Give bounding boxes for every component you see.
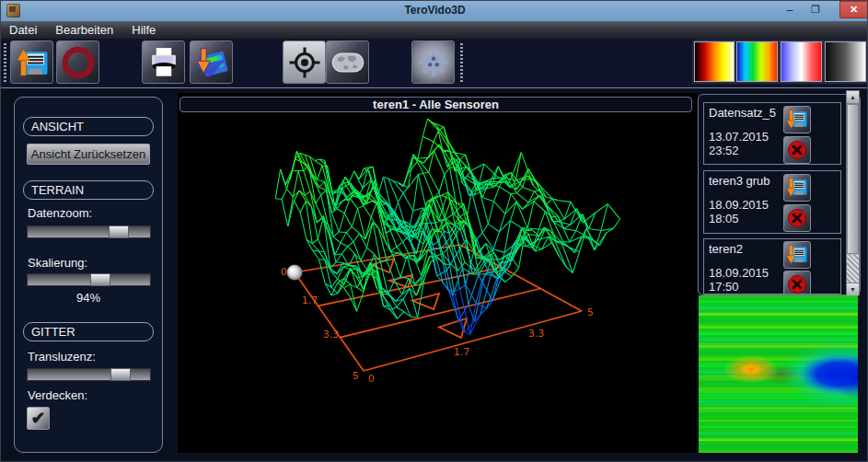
restore-button[interactable]: ❐ bbox=[804, 1, 827, 18]
title-bar[interactable]: TeroVido3D – ❐ ✕ bbox=[1, 1, 868, 21]
dataset-delete-button[interactable] bbox=[783, 136, 811, 164]
skalierung-slider-handle[interactable] bbox=[90, 273, 110, 286]
gear-icon bbox=[415, 44, 452, 81]
dataset-name: Datensatz_5 bbox=[709, 106, 776, 120]
dataset-entry[interactable]: teren2 18.09.2015 17:50 bbox=[703, 238, 841, 295]
scrollbar-thumb[interactable] bbox=[847, 104, 859, 254]
scroll-down-button[interactable]: ▼ bbox=[847, 283, 859, 295]
toolbar-grip[interactable] bbox=[460, 43, 463, 84]
dataset-name: teren3 grub bbox=[709, 174, 770, 188]
printer-icon bbox=[145, 44, 182, 81]
terrain-3d-canvas[interactable] bbox=[178, 113, 697, 453]
dataset-date: 18.09.2015 bbox=[709, 266, 769, 280]
export-image-button[interactable] bbox=[190, 40, 233, 84]
dataset-delete-button[interactable] bbox=[783, 204, 811, 232]
dataset-save-button[interactable] bbox=[783, 241, 811, 269]
floppy-down-arrow-icon bbox=[785, 243, 809, 267]
control-sidebar: ANSICHT Ansicht Zurücksetzen TERRAIN Dat… bbox=[14, 97, 163, 453]
skalierung-readout: 94% bbox=[15, 291, 162, 305]
window-title: TeroVido3D bbox=[1, 4, 868, 17]
dataset-delete-button[interactable] bbox=[783, 271, 811, 295]
datenzoom-label: Datenzoom: bbox=[28, 206, 92, 220]
scroll-up-icon: ▲ bbox=[850, 94, 856, 100]
group-terrain: TERRAIN bbox=[23, 180, 154, 200]
datenzoom-slider[interactable] bbox=[27, 225, 151, 238]
skalierung-slider[interactable] bbox=[27, 273, 151, 286]
dataset-time: 17:50 bbox=[709, 280, 739, 294]
terrain-viewport: teren1 - Alle Sensoren bbox=[178, 93, 697, 453]
menu-bar: Datei Bearbeiten Hilfe bbox=[1, 21, 868, 39]
settings-button[interactable] bbox=[411, 40, 455, 84]
dataset-time: 18:05 bbox=[709, 212, 739, 225]
colormap-hot-button[interactable] bbox=[694, 41, 735, 82]
colormap-bluewhitered-button[interactable] bbox=[781, 41, 822, 82]
crosshair-icon bbox=[286, 44, 323, 81]
floppy-export-icon bbox=[193, 44, 230, 81]
world-map-button[interactable] bbox=[326, 40, 369, 84]
record-button[interactable] bbox=[56, 40, 99, 84]
dataset-name: teren2 bbox=[709, 242, 743, 256]
menu-bearbeiten[interactable]: Bearbeiten bbox=[46, 21, 122, 39]
reset-view-button[interactable]: Ansicht Zurücksetzen bbox=[27, 144, 150, 165]
scrollbar-track[interactable] bbox=[847, 255, 859, 283]
verdecken-label: Verdecken: bbox=[28, 388, 87, 402]
dataset-save-button[interactable] bbox=[783, 106, 811, 133]
colormap-rainbow-button[interactable] bbox=[736, 41, 778, 82]
checkmark-icon: ✔ bbox=[31, 408, 46, 429]
colormap-grayscale-button[interactable] bbox=[825, 41, 866, 82]
skalierung-label: Skalierung: bbox=[28, 256, 87, 270]
app-window: TeroVido3D – ❐ ✕ Datei Bearbeiten Hilfe bbox=[0, 0, 868, 462]
center-view-button[interactable] bbox=[283, 40, 326, 84]
floppy-down-arrow-icon bbox=[785, 176, 809, 200]
world-map-icon bbox=[329, 43, 367, 82]
dataset-entry[interactable]: Datensatz_5 13.07.2015 23:52 bbox=[703, 102, 841, 165]
dataset-list: Datensatz_5 13.07.2015 23:52 bbox=[698, 94, 861, 295]
toolbar bbox=[1, 39, 868, 88]
toolbar-grip[interactable] bbox=[4, 43, 6, 84]
heatmap-preview[interactable] bbox=[699, 295, 858, 453]
dataset-time: 23:52 bbox=[709, 144, 739, 157]
delete-x-icon bbox=[785, 272, 809, 295]
group-gitter: GITTER bbox=[23, 322, 154, 341]
dataset-scrollbar[interactable]: ▲ ▼ bbox=[846, 90, 860, 295]
transluzenz-label: Transluzenz: bbox=[28, 350, 96, 364]
scroll-down-icon: ▼ bbox=[850, 286, 856, 293]
dataset-date: 13.07.2015 bbox=[709, 130, 769, 144]
close-button[interactable]: ✕ bbox=[839, 1, 868, 18]
group-ansicht: ANSICHT bbox=[23, 117, 154, 136]
dataset-date: 18.09.2015 bbox=[709, 198, 769, 212]
transluzenz-slider[interactable] bbox=[27, 368, 151, 381]
record-circle-icon bbox=[60, 44, 97, 81]
load-dataset-button[interactable] bbox=[10, 40, 53, 84]
viewport-title: teren1 - Alle Sensoren bbox=[179, 97, 692, 112]
delete-x-icon bbox=[785, 206, 809, 230]
menu-hilfe[interactable]: Hilfe bbox=[122, 21, 165, 39]
delete-x-icon bbox=[785, 138, 809, 162]
minimize-button[interactable]: – bbox=[779, 1, 801, 18]
menu-datei[interactable]: Datei bbox=[1, 21, 46, 39]
datenzoom-slider-handle[interactable] bbox=[109, 225, 129, 238]
scroll-up-button[interactable]: ▲ bbox=[847, 91, 859, 104]
floppy-up-arrow-icon bbox=[14, 44, 51, 81]
floppy-down-arrow-icon bbox=[785, 108, 809, 132]
transluzenz-slider-handle[interactable] bbox=[110, 368, 131, 381]
print-button[interactable] bbox=[142, 40, 185, 84]
verdecken-checkbox[interactable]: ✔ bbox=[27, 407, 50, 430]
dataset-entry[interactable]: teren3 grub 18.09.2015 18:05 bbox=[703, 170, 841, 234]
dataset-save-button[interactable] bbox=[783, 174, 811, 202]
